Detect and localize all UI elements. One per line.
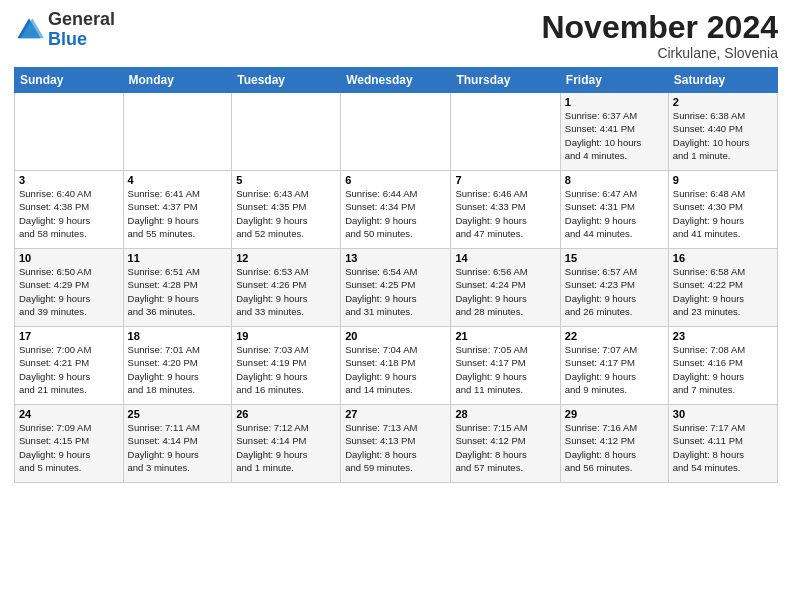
calendar-cell: 4Sunrise: 6:41 AM Sunset: 4:37 PM Daylig…: [123, 171, 232, 249]
calendar-cell: 16Sunrise: 6:58 AM Sunset: 4:22 PM Dayli…: [668, 249, 777, 327]
col-saturday: Saturday: [668, 68, 777, 93]
day-info: Sunrise: 7:11 AM Sunset: 4:14 PM Dayligh…: [128, 421, 228, 474]
day-number: 23: [673, 330, 773, 342]
calendar-cell: 9Sunrise: 6:48 AM Sunset: 4:30 PM Daylig…: [668, 171, 777, 249]
day-number: 7: [455, 174, 555, 186]
day-number: 25: [128, 408, 228, 420]
day-number: 8: [565, 174, 664, 186]
day-info: Sunrise: 7:04 AM Sunset: 4:18 PM Dayligh…: [345, 343, 446, 396]
calendar-cell: 2Sunrise: 6:38 AM Sunset: 4:40 PM Daylig…: [668, 93, 777, 171]
day-number: 15: [565, 252, 664, 264]
calendar-cell: 20Sunrise: 7:04 AM Sunset: 4:18 PM Dayli…: [341, 327, 451, 405]
day-info: Sunrise: 6:50 AM Sunset: 4:29 PM Dayligh…: [19, 265, 119, 318]
calendar-cell: 6Sunrise: 6:44 AM Sunset: 4:34 PM Daylig…: [341, 171, 451, 249]
day-info: Sunrise: 7:17 AM Sunset: 4:11 PM Dayligh…: [673, 421, 773, 474]
calendar-cell: 18Sunrise: 7:01 AM Sunset: 4:20 PM Dayli…: [123, 327, 232, 405]
calendar-cell: [123, 93, 232, 171]
logo-general: General: [48, 9, 115, 29]
day-number: 12: [236, 252, 336, 264]
day-number: 14: [455, 252, 555, 264]
day-number: 17: [19, 330, 119, 342]
calendar-week-row: 3Sunrise: 6:40 AM Sunset: 4:38 PM Daylig…: [15, 171, 778, 249]
day-info: Sunrise: 6:48 AM Sunset: 4:30 PM Dayligh…: [673, 187, 773, 240]
day-info: Sunrise: 6:57 AM Sunset: 4:23 PM Dayligh…: [565, 265, 664, 318]
calendar-cell: 1Sunrise: 6:37 AM Sunset: 4:41 PM Daylig…: [560, 93, 668, 171]
calendar-cell: 13Sunrise: 6:54 AM Sunset: 4:25 PM Dayli…: [341, 249, 451, 327]
day-number: 24: [19, 408, 119, 420]
col-sunday: Sunday: [15, 68, 124, 93]
calendar-cell: 28Sunrise: 7:15 AM Sunset: 4:12 PM Dayli…: [451, 405, 560, 483]
calendar-table: Sunday Monday Tuesday Wednesday Thursday…: [14, 67, 778, 483]
day-number: 11: [128, 252, 228, 264]
calendar-cell: [15, 93, 124, 171]
calendar-cell: 30Sunrise: 7:17 AM Sunset: 4:11 PM Dayli…: [668, 405, 777, 483]
calendar-header-row: Sunday Monday Tuesday Wednesday Thursday…: [15, 68, 778, 93]
day-number: 26: [236, 408, 336, 420]
day-number: 6: [345, 174, 446, 186]
calendar-cell: 5Sunrise: 6:43 AM Sunset: 4:35 PM Daylig…: [232, 171, 341, 249]
day-info: Sunrise: 7:15 AM Sunset: 4:12 PM Dayligh…: [455, 421, 555, 474]
calendar-cell: 22Sunrise: 7:07 AM Sunset: 4:17 PM Dayli…: [560, 327, 668, 405]
day-number: 3: [19, 174, 119, 186]
calendar-week-row: 10Sunrise: 6:50 AM Sunset: 4:29 PM Dayli…: [15, 249, 778, 327]
col-tuesday: Tuesday: [232, 68, 341, 93]
day-info: Sunrise: 6:47 AM Sunset: 4:31 PM Dayligh…: [565, 187, 664, 240]
col-monday: Monday: [123, 68, 232, 93]
day-info: Sunrise: 7:13 AM Sunset: 4:13 PM Dayligh…: [345, 421, 446, 474]
calendar-cell: 7Sunrise: 6:46 AM Sunset: 4:33 PM Daylig…: [451, 171, 560, 249]
day-info: Sunrise: 7:16 AM Sunset: 4:12 PM Dayligh…: [565, 421, 664, 474]
day-info: Sunrise: 6:43 AM Sunset: 4:35 PM Dayligh…: [236, 187, 336, 240]
logo-icon: [14, 15, 44, 45]
col-friday: Friday: [560, 68, 668, 93]
day-info: Sunrise: 7:00 AM Sunset: 4:21 PM Dayligh…: [19, 343, 119, 396]
day-info: Sunrise: 6:38 AM Sunset: 4:40 PM Dayligh…: [673, 109, 773, 162]
calendar-cell: 26Sunrise: 7:12 AM Sunset: 4:14 PM Dayli…: [232, 405, 341, 483]
calendar-cell: 29Sunrise: 7:16 AM Sunset: 4:12 PM Dayli…: [560, 405, 668, 483]
calendar-cell: 19Sunrise: 7:03 AM Sunset: 4:19 PM Dayli…: [232, 327, 341, 405]
day-number: 19: [236, 330, 336, 342]
day-number: 21: [455, 330, 555, 342]
day-info: Sunrise: 6:41 AM Sunset: 4:37 PM Dayligh…: [128, 187, 228, 240]
day-info: Sunrise: 7:08 AM Sunset: 4:16 PM Dayligh…: [673, 343, 773, 396]
day-info: Sunrise: 7:03 AM Sunset: 4:19 PM Dayligh…: [236, 343, 336, 396]
calendar-cell: 14Sunrise: 6:56 AM Sunset: 4:24 PM Dayli…: [451, 249, 560, 327]
day-number: 20: [345, 330, 446, 342]
day-number: 29: [565, 408, 664, 420]
calendar-cell: 3Sunrise: 6:40 AM Sunset: 4:38 PM Daylig…: [15, 171, 124, 249]
calendar-cell: [232, 93, 341, 171]
day-info: Sunrise: 7:05 AM Sunset: 4:17 PM Dayligh…: [455, 343, 555, 396]
day-number: 30: [673, 408, 773, 420]
day-info: Sunrise: 6:53 AM Sunset: 4:26 PM Dayligh…: [236, 265, 336, 318]
day-number: 10: [19, 252, 119, 264]
calendar-cell: [451, 93, 560, 171]
page: General Blue November 2024 Cirkulane, Sl…: [0, 0, 792, 612]
day-number: 5: [236, 174, 336, 186]
day-info: Sunrise: 6:40 AM Sunset: 4:38 PM Dayligh…: [19, 187, 119, 240]
header: General Blue November 2024 Cirkulane, Sl…: [14, 10, 778, 61]
day-number: 18: [128, 330, 228, 342]
calendar-cell: 21Sunrise: 7:05 AM Sunset: 4:17 PM Dayli…: [451, 327, 560, 405]
calendar-cell: 12Sunrise: 6:53 AM Sunset: 4:26 PM Dayli…: [232, 249, 341, 327]
calendar-cell: 24Sunrise: 7:09 AM Sunset: 4:15 PM Dayli…: [15, 405, 124, 483]
title-block: November 2024 Cirkulane, Slovenia: [541, 10, 778, 61]
logo-text: General Blue: [48, 10, 115, 50]
day-info: Sunrise: 6:51 AM Sunset: 4:28 PM Dayligh…: [128, 265, 228, 318]
calendar-week-row: 24Sunrise: 7:09 AM Sunset: 4:15 PM Dayli…: [15, 405, 778, 483]
logo-blue: Blue: [48, 29, 87, 49]
day-info: Sunrise: 7:01 AM Sunset: 4:20 PM Dayligh…: [128, 343, 228, 396]
day-info: Sunrise: 7:09 AM Sunset: 4:15 PM Dayligh…: [19, 421, 119, 474]
logo: General Blue: [14, 10, 115, 50]
calendar-cell: 25Sunrise: 7:11 AM Sunset: 4:14 PM Dayli…: [123, 405, 232, 483]
calendar-cell: 23Sunrise: 7:08 AM Sunset: 4:16 PM Dayli…: [668, 327, 777, 405]
month-title: November 2024: [541, 10, 778, 45]
day-number: 16: [673, 252, 773, 264]
day-number: 2: [673, 96, 773, 108]
day-info: Sunrise: 6:44 AM Sunset: 4:34 PM Dayligh…: [345, 187, 446, 240]
day-number: 22: [565, 330, 664, 342]
calendar-cell: 10Sunrise: 6:50 AM Sunset: 4:29 PM Dayli…: [15, 249, 124, 327]
col-wednesday: Wednesday: [341, 68, 451, 93]
calendar-cell: 27Sunrise: 7:13 AM Sunset: 4:13 PM Dayli…: [341, 405, 451, 483]
calendar-cell: [341, 93, 451, 171]
col-thursday: Thursday: [451, 68, 560, 93]
day-info: Sunrise: 6:46 AM Sunset: 4:33 PM Dayligh…: [455, 187, 555, 240]
